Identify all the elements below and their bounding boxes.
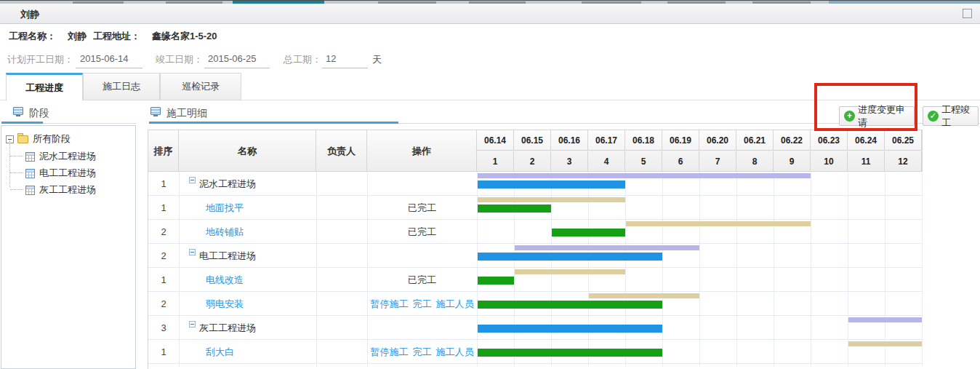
table-icon <box>25 186 35 195</box>
plus-icon: + <box>844 111 855 122</box>
gantt-date-header: 06.17 <box>588 130 625 151</box>
group-collapse-icon[interactable] <box>189 321 196 328</box>
cell-name: 弱电安装 <box>179 292 316 316</box>
task-name-link[interactable]: 刮大白 <box>206 346 234 359</box>
gantt-day-number-header: 3 <box>551 151 588 172</box>
cell-operations <box>367 244 477 268</box>
column-header-sort: 排序 <box>148 130 179 172</box>
finish-date-field[interactable]: 2015-06-25 <box>208 53 257 64</box>
tab-construction-log[interactable]: 施工日志 <box>83 73 160 100</box>
plan-start-field[interactable]: 2015-06-14 <box>80 53 129 64</box>
tree-item-label: 电工工程进场 <box>39 167 96 180</box>
complete-link[interactable]: 完工 <box>413 298 432 311</box>
tree-item-label: 泥水工程进场 <box>39 150 96 163</box>
gantt-actual-bar-task <box>478 301 662 309</box>
maximize-icon[interactable] <box>963 9 972 18</box>
gantt-day-number-header: 2 <box>514 151 551 172</box>
window-title: 刘静 <box>20 8 39 21</box>
cell-sort: 3 <box>148 316 179 340</box>
project-completion-button[interactable]: ✓ 工程竣工 <box>923 106 979 126</box>
tree-root-all-stages[interactable]: 所有阶段 <box>6 132 71 146</box>
gantt-planned-bar-task <box>589 293 699 298</box>
gantt-date-header: 06.20 <box>699 130 736 151</box>
gantt-day-number-header: 9 <box>774 151 811 172</box>
gantt-date-header: 06.25 <box>885 130 922 151</box>
tree-item-stage[interactable]: 灰工工程进场 <box>25 182 96 198</box>
pause-construction-link[interactable]: 暂停施工 <box>371 346 409 359</box>
tab-inspection-record[interactable]: 巡检记录 <box>160 73 241 100</box>
finish-date-label: 竣工日期： <box>156 53 203 66</box>
cell-sort: 1 <box>148 340 179 364</box>
construction-staff-link[interactable]: 施工人员 <box>436 346 474 359</box>
column-header-name: 名称 <box>179 130 316 172</box>
table-icon <box>25 152 35 162</box>
construction-staff-link[interactable]: 施工人员 <box>436 298 474 311</box>
folder-icon <box>17 135 28 143</box>
project-address-value: 鑫缘名家1-5-20 <box>152 30 217 43</box>
cell-name: 灰工工程进场 <box>179 316 316 340</box>
main-section-underline <box>149 122 398 124</box>
status-completed-text: 已完工 <box>408 226 436 239</box>
project-name-label: 工程名称： <box>9 30 56 43</box>
column-header-operations: 操作 <box>367 130 477 172</box>
cell-sort: 2 <box>148 292 179 316</box>
tree-connector-line <box>10 172 23 173</box>
cell-operations: 暂停施工完工施工人员 <box>367 340 477 364</box>
gantt-day-number-header: 6 <box>662 151 699 172</box>
cell-name: 电工工程进场 <box>179 244 316 268</box>
group-name-label: 泥水工程进场 <box>199 178 256 191</box>
gantt-date-header: 06.22 <box>774 130 811 151</box>
group-name-label: 电工工程进场 <box>199 250 256 263</box>
task-name-link[interactable]: 弱电安装 <box>206 298 244 311</box>
pause-construction-link[interactable]: 暂停施工 <box>371 298 409 311</box>
gantt-date-header: 06.15 <box>514 130 551 151</box>
tab-project-progress[interactable]: 工程进度 <box>6 73 83 100</box>
task-name-link[interactable]: 地面找平 <box>206 202 244 215</box>
duration-field[interactable]: 12 <box>326 53 336 64</box>
cell-operations <box>367 172 477 196</box>
tree-item-stage[interactable]: 泥水工程进场 <box>25 148 96 164</box>
cell-operations <box>367 316 477 340</box>
table-icon <box>25 169 35 178</box>
gantt-day-number-header: 12 <box>885 151 922 172</box>
main-section-title: 施工明细 <box>166 107 207 120</box>
project-completion-label: 工程竣工 <box>941 103 972 130</box>
column-header-owner: 负责人 <box>316 130 367 172</box>
gantt-date-header: 06.24 <box>848 130 885 151</box>
gantt-day-number-header: 5 <box>625 151 662 172</box>
project-address-label: 工程地址： <box>93 30 140 43</box>
gantt-day-number-header: 11 <box>848 151 885 172</box>
cell-sort: 2 <box>148 220 179 244</box>
gantt-day-number-header: 1 <box>477 151 514 172</box>
duration-label: 总工期： <box>284 53 321 66</box>
gantt-day-number-header: 4 <box>588 151 625 172</box>
gantt-day-number-header: 10 <box>811 151 848 172</box>
table-header: 排序名称负责人操作06.1406.1506.1606.1706.1806.190… <box>148 130 923 172</box>
progress-change-request-label: 进度变更申请 <box>858 103 908 130</box>
gantt-planned-bar-group <box>848 317 922 322</box>
gantt-actual-bar-group <box>478 325 662 333</box>
plan-start-underline <box>76 68 142 68</box>
tree-item-stage[interactable]: 电工工程进场 <box>25 165 96 181</box>
cell-name: 刮大白 <box>179 340 316 364</box>
tree-connector-line <box>9 140 10 187</box>
left-section-title: 阶段 <box>29 107 49 120</box>
date-fields-row: 计划开工日期： 2015-06-14 竣工日期： 2015-06-25 总工期：… <box>0 45 980 73</box>
group-collapse-icon[interactable] <box>189 177 196 183</box>
task-name-link[interactable]: 电线改造 <box>206 274 244 287</box>
progress-change-request-button[interactable]: + 进度变更申请 <box>839 106 915 126</box>
cell-sort: 1 <box>148 172 179 196</box>
task-name-link[interactable]: 地砖铺贴 <box>206 226 244 239</box>
group-name-label: 灰工工程进场 <box>199 322 256 335</box>
group-collapse-icon[interactable] <box>189 249 196 255</box>
gantt-date-header: 06.18 <box>625 130 662 151</box>
monitor-icon <box>150 107 161 115</box>
app-window: 刘静 工程名称： 刘静 工程地址： 鑫缘名家1-5-20 计划开工日期： 201… <box>0 0 980 369</box>
tab-bar: 工程进度施工日志巡检记录 <box>0 73 980 100</box>
plan-start-label: 计划开工日期： <box>7 53 73 66</box>
complete-link[interactable]: 完工 <box>413 346 432 359</box>
gantt-actual-bar-task <box>478 349 662 357</box>
project-name-value: 刘静 <box>68 30 87 43</box>
gantt-actual-bar-group <box>478 253 662 261</box>
gantt-actual-bar-task <box>478 277 514 285</box>
